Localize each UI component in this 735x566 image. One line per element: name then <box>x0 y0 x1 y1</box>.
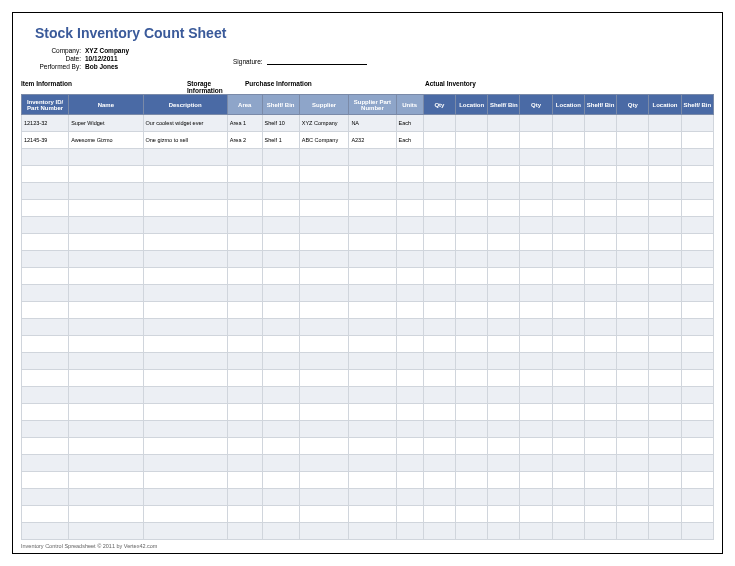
cell <box>456 200 488 217</box>
cell <box>227 353 262 370</box>
cell <box>488 319 520 336</box>
cell <box>520 387 552 404</box>
group-purchase: Purchase Information <box>245 80 345 94</box>
cell <box>520 251 552 268</box>
cell <box>299 370 349 387</box>
cell <box>520 217 552 234</box>
cell <box>681 217 713 234</box>
group-actual: Actual Inventory <box>425 80 476 94</box>
performed-label: Performed By: <box>35 63 81 70</box>
cell <box>143 251 227 268</box>
cell <box>396 489 423 506</box>
cell <box>143 506 227 523</box>
cell <box>617 370 649 387</box>
cell <box>584 404 616 421</box>
cell <box>456 506 488 523</box>
cell <box>520 353 552 370</box>
cell <box>584 285 616 302</box>
cell: One gizmo to sell <box>143 132 227 149</box>
cell <box>617 268 649 285</box>
cell <box>456 336 488 353</box>
cell <box>488 336 520 353</box>
cell <box>649 302 681 319</box>
cell <box>617 217 649 234</box>
cell <box>520 438 552 455</box>
cell <box>143 302 227 319</box>
cell <box>423 506 455 523</box>
cell <box>488 217 520 234</box>
cell <box>349 319 396 336</box>
cell <box>617 421 649 438</box>
signature-block: Signature: <box>233 57 367 65</box>
cell <box>349 183 396 200</box>
cell <box>143 268 227 285</box>
cell <box>299 251 349 268</box>
cell <box>681 268 713 285</box>
cell <box>22 438 69 455</box>
cell <box>681 166 713 183</box>
table-row <box>22 251 714 268</box>
table-row <box>22 234 714 251</box>
cell <box>299 149 349 166</box>
cell <box>227 404 262 421</box>
cell <box>584 115 616 132</box>
cell <box>617 234 649 251</box>
cell <box>681 285 713 302</box>
cell <box>456 166 488 183</box>
cell <box>22 404 69 421</box>
cell <box>520 149 552 166</box>
cell <box>488 489 520 506</box>
cell <box>423 489 455 506</box>
cell <box>22 149 69 166</box>
cell <box>227 489 262 506</box>
cell <box>349 387 396 404</box>
cell <box>488 438 520 455</box>
cell <box>69 336 143 353</box>
cell <box>299 506 349 523</box>
signature-line <box>267 57 367 65</box>
cell <box>456 251 488 268</box>
cell <box>349 489 396 506</box>
cell <box>552 285 584 302</box>
cell <box>456 149 488 166</box>
cell <box>649 285 681 302</box>
cell <box>584 421 616 438</box>
cell <box>143 455 227 472</box>
cell <box>649 251 681 268</box>
cell <box>423 132 455 149</box>
cell <box>262 149 299 166</box>
cell <box>262 370 299 387</box>
table-row: 12123-32Super WidgetOur coolest widget e… <box>22 115 714 132</box>
cell <box>456 404 488 421</box>
table-row <box>22 183 714 200</box>
cell <box>649 438 681 455</box>
cell <box>584 251 616 268</box>
cell <box>396 472 423 489</box>
cell <box>227 251 262 268</box>
cell <box>617 353 649 370</box>
date-label: Date: <box>35 55 81 62</box>
cell <box>396 455 423 472</box>
cell <box>456 183 488 200</box>
cell <box>423 421 455 438</box>
cell <box>552 489 584 506</box>
cell <box>488 421 520 438</box>
footer-text: Inventory Control Spreadsheet © 2011 by … <box>21 543 714 549</box>
cell <box>349 336 396 353</box>
cell <box>262 336 299 353</box>
cell <box>649 268 681 285</box>
cell <box>349 268 396 285</box>
cell: Shelf 1 <box>262 132 299 149</box>
cell <box>262 353 299 370</box>
cell <box>649 183 681 200</box>
cell <box>649 489 681 506</box>
cell <box>143 217 227 234</box>
cell <box>456 387 488 404</box>
cell <box>617 251 649 268</box>
cell <box>299 438 349 455</box>
cell <box>552 472 584 489</box>
cell <box>520 200 552 217</box>
cell <box>488 183 520 200</box>
cell <box>681 200 713 217</box>
cell <box>69 523 143 540</box>
